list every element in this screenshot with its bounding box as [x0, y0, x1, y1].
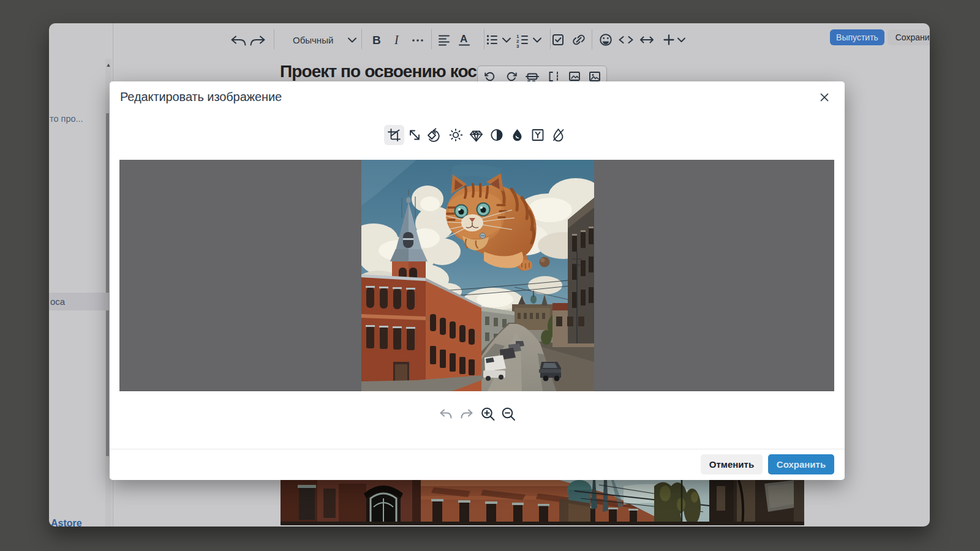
svg-text:3: 3 [516, 43, 519, 49]
svg-text:B: B [372, 34, 381, 47]
svg-text:I: I [394, 33, 399, 47]
svg-text:A: A [460, 33, 467, 45]
